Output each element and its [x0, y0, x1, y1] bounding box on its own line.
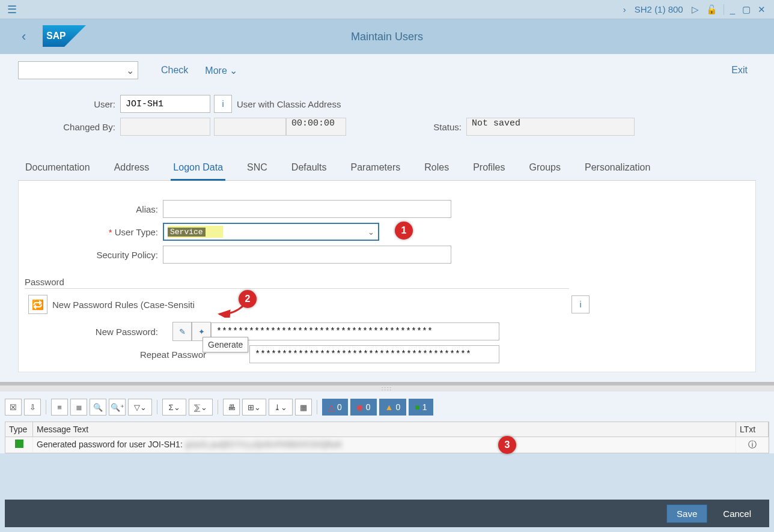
- tab-snc[interactable]: SNC: [245, 156, 270, 180]
- msg-download-icon[interactable]: ⤓⌄: [269, 399, 293, 416]
- password-section-header: Password: [25, 266, 569, 289]
- security-policy-label: Security Policy:: [25, 250, 163, 260]
- tab-personalization[interactable]: Personalization: [582, 156, 653, 180]
- alias-label: Alias:: [25, 204, 163, 214]
- success-icon: [15, 440, 23, 448]
- unlock-icon[interactable]: 🔓: [702, 4, 721, 15]
- msg-filter-icon[interactable]: ▽⌄: [128, 399, 152, 416]
- msg-sort-asc-icon[interactable]: ≡: [51, 399, 68, 416]
- more-button[interactable]: More: [197, 65, 246, 76]
- svg-text:SAP: SAP: [47, 31, 66, 41]
- save-button[interactable]: Save: [666, 504, 707, 523]
- tab-documentation[interactable]: Documentation: [23, 156, 93, 180]
- password-rules-text: New Password Rules (Case-Sensiti: [47, 300, 195, 310]
- close-icon[interactable]: ✕: [754, 4, 769, 15]
- msg-layout-icon[interactable]: ⊞⌄: [242, 399, 266, 416]
- page-title: Maintain Users: [351, 31, 423, 43]
- sap-logo: SAP: [43, 25, 86, 49]
- header-bar: ‹ SAP Maintain Users: [0, 19, 774, 54]
- tab-defaults[interactable]: Defaults: [289, 156, 329, 180]
- cancel-button[interactable]: Cancel: [713, 505, 761, 522]
- action-toolbar: Check More Exit: [0, 54, 774, 86]
- content-area: User: i User with Classic Address Change…: [0, 86, 774, 385]
- changed-time-field: 00:00:00: [286, 118, 346, 136]
- user-caption: User with Classic Address: [232, 99, 341, 109]
- user-label: User:: [18, 99, 120, 109]
- tab-logon-data-panel: Alias: User Type: Service ⌄ 1 Security P…: [18, 181, 756, 372]
- status-error-count[interactable]: △0: [322, 399, 348, 416]
- changed-by-field: [120, 118, 210, 136]
- message-text: Generated password for user JOI-SH1:: [37, 440, 185, 449]
- password-info-icon[interactable]: i: [571, 295, 590, 313]
- footer-bar: Save Cancel: [5, 500, 769, 527]
- msg-close-icon[interactable]: ☒: [5, 399, 22, 416]
- tab-groups[interactable]: Groups: [527, 156, 563, 180]
- col-ltxt[interactable]: LTxt: [736, 422, 769, 437]
- tab-parameters[interactable]: Parameters: [349, 156, 403, 180]
- message-panel: ☒ ⇩ ≡ ≣ 🔍 🔍⁺ ▽⌄ Σ⌄ ⅀⌄ 🖶 ⊞⌄ ⤓⌄ ▦ △0 ◉0 ▲0…: [0, 391, 774, 453]
- user-type-label: User Type:: [25, 227, 163, 237]
- msg-print-icon[interactable]: 🖶: [223, 399, 240, 416]
- system-bar: ☰ › SH2 (1) 800 ▷ 🔓 _ ▢ ✕: [0, 0, 774, 19]
- msg-find-icon[interactable]: 🔍: [90, 399, 106, 416]
- status-success-count[interactable]: ■1: [409, 399, 433, 416]
- repeat-password-field[interactable]: [249, 345, 499, 363]
- col-text[interactable]: Message Text: [33, 422, 736, 437]
- alias-field[interactable]: [163, 200, 451, 218]
- msg-grid-icon[interactable]: ▦: [295, 399, 312, 416]
- user-info-icon[interactable]: i: [214, 95, 232, 113]
- status-field: Not saved: [466, 118, 635, 136]
- tab-logon-data[interactable]: Logon Data: [171, 156, 225, 181]
- message-row[interactable]: Generated password for user JOI-SH1: gUw…: [5, 437, 769, 453]
- annotation-3: 3: [498, 436, 516, 454]
- message-table-header: Type Message Text LTxt: [5, 422, 769, 437]
- user-field[interactable]: [120, 95, 210, 113]
- back-icon[interactable]: ‹: [12, 24, 35, 49]
- tab-address[interactable]: Address: [112, 156, 152, 180]
- user-type-value: Service: [168, 228, 206, 237]
- generate-tooltip: Generate: [203, 337, 248, 352]
- changed-by-label: Changed By:: [18, 122, 120, 132]
- msg-findnext-icon[interactable]: 🔍⁺: [109, 399, 126, 416]
- msg-sum-icon[interactable]: Σ⌄: [162, 399, 186, 416]
- new-password-field[interactable]: [211, 322, 499, 340]
- msg-export-icon[interactable]: ⇩: [24, 399, 41, 416]
- exit-button[interactable]: Exit: [723, 65, 756, 76]
- splitter-grip[interactable]: ::::: [0, 385, 774, 391]
- annotation-1: 1: [395, 222, 413, 240]
- tab-roles[interactable]: Roles: [422, 156, 451, 180]
- chevron-right-icon[interactable]: ›: [620, 4, 630, 14]
- tab-profiles[interactable]: Profiles: [471, 156, 507, 180]
- minimize-icon[interactable]: _: [727, 4, 739, 14]
- long-text-icon[interactable]: ⓘ: [736, 437, 769, 453]
- changed-date-field: [214, 118, 286, 136]
- message-table: Type Message Text LTxt Generated passwor…: [5, 422, 769, 453]
- check-button[interactable]: Check: [153, 65, 197, 76]
- generated-password-blurred: gUwSLpwQR2YVyyQeNnPH8BdVC8XQRwN: [185, 440, 341, 450]
- command-field[interactable]: [18, 61, 138, 79]
- session-label[interactable]: SH2 (1) 800: [630, 4, 688, 14]
- maximize-icon[interactable]: ▢: [739, 4, 754, 15]
- status-abort-count[interactable]: ◉0: [350, 399, 377, 416]
- new-password-label: New Password:: [25, 327, 163, 337]
- play-icon[interactable]: ▷: [688, 4, 702, 15]
- status-warning-count[interactable]: ▲0: [379, 399, 407, 416]
- annotation-2: 2: [239, 290, 257, 308]
- message-toolbar: ☒ ⇩ ≡ ≣ 🔍 🔍⁺ ▽⌄ Σ⌄ ⅀⌄ 🖶 ⊞⌄ ⤓⌄ ▦ △0 ◉0 ▲0…: [5, 396, 769, 418]
- chevron-down-icon[interactable]: ⌄: [368, 228, 374, 237]
- col-type[interactable]: Type: [5, 422, 33, 437]
- user-type-dropdown[interactable]: Service ⌄: [163, 223, 379, 241]
- msg-subtotal-icon[interactable]: ⅀⌄: [189, 399, 213, 416]
- repeat-password-label: Repeat Passwor: [25, 349, 211, 360]
- status-label: Status:: [424, 122, 466, 132]
- menu-icon[interactable]: ☰: [5, 1, 19, 19]
- msg-sort-desc-icon[interactable]: ≣: [70, 399, 87, 416]
- security-policy-field[interactable]: [163, 246, 451, 264]
- edit-password-icon[interactable]: ✎: [172, 322, 192, 341]
- tab-strip: DocumentationAddressLogon DataSNCDefault…: [18, 156, 756, 181]
- password-rules-icon[interactable]: 🔁: [28, 295, 47, 314]
